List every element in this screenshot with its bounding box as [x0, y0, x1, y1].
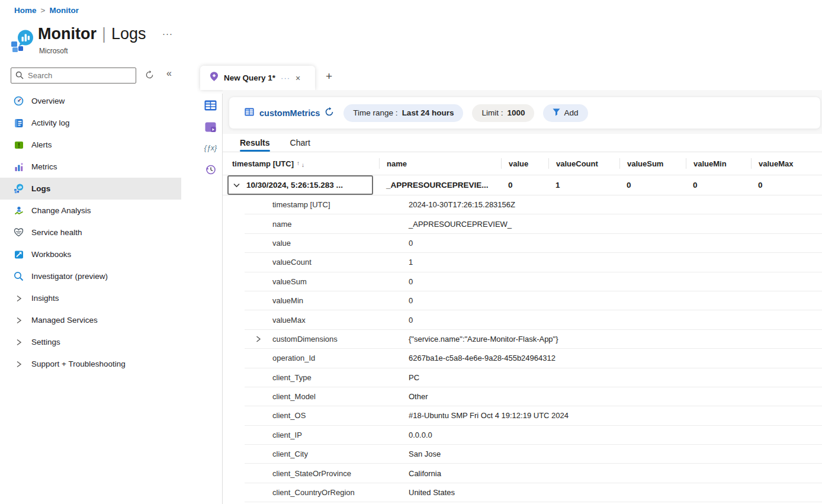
cell-valuecount[interactable]: 1: [548, 181, 619, 190]
add-label: Add: [564, 108, 578, 117]
detail-row[interactable]: valueMax 0: [245, 310, 822, 329]
sidebar-group-insights[interactable]: Insights: [0, 287, 181, 309]
cell-name[interactable]: _APPRESOURCEPREVIE...: [379, 181, 501, 190]
sidebar-item-logs[interactable]: Logs: [0, 178, 181, 200]
detail-row[interactable]: operation_Id 6267ba1e-c5a8-4e6e-9a28-455…: [245, 349, 822, 368]
detail-row[interactable]: client_StateOrProvince California: [245, 464, 822, 483]
column-header-value[interactable]: value: [501, 158, 548, 169]
sidebar-item-label: Overview: [31, 97, 65, 105]
sidebar-item-investigator[interactable]: Investigator (preview): [0, 265, 181, 287]
results-tab-strip: Results Chart: [223, 134, 822, 152]
query-history-icon[interactable]: [199, 159, 222, 180]
time-range-pill[interactable]: Time range : Last 24 hours: [343, 104, 463, 122]
sidebar-item-alerts[interactable]: Alerts: [0, 134, 181, 156]
search-input[interactable]: [11, 68, 136, 84]
tab-chart[interactable]: Chart: [290, 134, 310, 152]
detail-row[interactable]: client_Type PC: [245, 368, 822, 387]
row-collapse-chevron-icon[interactable]: [233, 181, 240, 190]
breadcrumb-monitor-link[interactable]: Monitor: [49, 6, 79, 15]
detail-row[interactable]: client_OS #18-Ubuntu SMP Fri Oct 4 19:12…: [245, 406, 822, 425]
queries-pane-icon[interactable]: [199, 116, 222, 137]
sidebar-item-label: Change Analysis: [31, 206, 91, 215]
cell-value[interactable]: 0: [501, 181, 548, 190]
breadcrumb: Home>Monitor: [14, 6, 79, 15]
azure-monitor-logs-page: Home>Monitor Monitor|Logs ··· Microsoft …: [0, 0, 822, 504]
detail-row[interactable]: valueMin 0: [245, 291, 822, 310]
column-header-valuecount[interactable]: valueCount: [548, 158, 619, 169]
detail-value: #18-Ubuntu SMP Fri Oct 4 19:12:19 UTC 20…: [409, 411, 569, 420]
detail-row[interactable]: valueSum 0: [245, 272, 822, 291]
gauge-icon: [14, 96, 24, 106]
column-header-timestamp[interactable]: timestamp [UTC] ↑↓: [223, 158, 379, 169]
detail-key: name: [272, 220, 409, 229]
detail-key: client_CountryOrRegion: [272, 488, 409, 497]
azure-monitor-logo-icon: [10, 29, 35, 56]
kql-pin-icon: [210, 72, 219, 84]
sidebar-group-settings[interactable]: Settings: [0, 331, 181, 353]
query-builder-bar: customMetrics Time range : Last 24 hours…: [229, 97, 821, 129]
sidebar-item-overview[interactable]: Overview: [0, 90, 181, 112]
tab-results[interactable]: Results: [240, 134, 270, 152]
query-table-name[interactable]: customMetrics: [259, 108, 320, 118]
detail-value: 0: [409, 316, 413, 325]
sidebar-item-label: Alerts: [31, 140, 52, 149]
sidebar-group-label: Insights: [31, 294, 59, 303]
sidebar-search: [11, 68, 136, 84]
detail-key: valueSum: [272, 277, 409, 286]
table-row[interactable]: 10/30/2024, 5:26:15.283 ... _APPRESOURCE…: [223, 175, 822, 195]
page-title-divider: |: [102, 25, 106, 43]
breadcrumb-home-link[interactable]: Home: [14, 6, 37, 15]
sidebar-item-change-analysis[interactable]: Change Analysis: [0, 200, 181, 221]
sidebar-group-managed-services[interactable]: Managed Services: [0, 309, 181, 331]
detail-row[interactable]: client_City San Jose: [245, 445, 822, 464]
breadcrumb-separator: >: [41, 6, 46, 15]
cell-valuemin[interactable]: 0: [686, 181, 751, 190]
detail-row[interactable]: client_Model Other: [245, 387, 822, 406]
detail-row[interactable]: client_CountryOrRegion United States: [245, 483, 822, 502]
tab-more-icon[interactable]: ···: [281, 73, 290, 82]
workbooks-icon: [14, 249, 24, 259]
tables-pane-icon[interactable]: [199, 95, 222, 116]
detail-value: 0.0.0.0: [409, 431, 432, 439]
detail-row[interactable]: timestamp [UTC] 2024-10-30T17:26:15.2831…: [245, 195, 822, 214]
limit-pill[interactable]: Limit : 1000: [472, 104, 534, 122]
detail-row[interactable]: valueCount 1: [245, 253, 822, 272]
cell-valuesum[interactable]: 0: [619, 181, 686, 190]
detail-row[interactable]: customDimensions {"service.name":"Azure-…: [245, 330, 822, 349]
column-header-name[interactable]: name: [379, 158, 501, 169]
sidebar-refresh-icon[interactable]: [145, 70, 154, 82]
sidebar-collapse-icon[interactable]: «: [166, 68, 172, 79]
column-header-valuemax[interactable]: valueMax: [751, 158, 822, 169]
functions-pane-icon[interactable]: {ƒx}: [199, 137, 222, 159]
sidebar-item-service-health[interactable]: Service health: [0, 221, 181, 243]
expand-chevron-icon[interactable]: [245, 336, 272, 342]
title-more-button[interactable]: ···: [162, 28, 173, 38]
detail-value: 0: [409, 239, 413, 248]
tab-close-icon[interactable]: ×: [296, 73, 300, 83]
column-header-valuemin[interactable]: valueMin: [686, 158, 751, 169]
detail-key: valueMin: [272, 296, 409, 305]
sidebar-item-metrics[interactable]: Metrics: [0, 156, 181, 178]
query-refresh-icon[interactable]: [325, 107, 334, 119]
cell-valuemax[interactable]: 0: [751, 181, 822, 190]
search-icon: [15, 71, 24, 82]
sort-desc-icon: ↓: [301, 162, 304, 168]
tab-new-query-1[interactable]: New Query 1* ··· ×: [200, 66, 315, 90]
detail-value: 0: [409, 277, 413, 286]
new-tab-button[interactable]: +: [321, 70, 337, 83]
column-header-valuesum[interactable]: valueSum: [619, 158, 686, 169]
detail-value: {"service.name":"Azure-Monitor-Flask-App…: [409, 335, 558, 344]
sidebar-group-support[interactable]: Support + Troubleshooting: [0, 353, 181, 375]
detail-row[interactable]: client_IP 0.0.0.0: [245, 426, 822, 445]
cell-timestamp[interactable]: 10/30/2024, 5:26:15.283 ...: [246, 181, 343, 190]
sidebar-item-workbooks[interactable]: Workbooks: [0, 243, 181, 265]
detail-row[interactable]: value 0: [245, 234, 822, 253]
detail-key: client_Type: [272, 373, 409, 382]
detail-value: Other: [409, 392, 428, 401]
tab-label: New Query 1*: [224, 73, 275, 82]
detail-row[interactable]: name _APPRESOURCEPREVIEW_: [245, 214, 822, 233]
results-grid: timestamp [UTC] ↑↓ name value valueCount…: [223, 152, 822, 502]
sort-asc-icon: ↑: [297, 160, 300, 166]
add-filter-pill[interactable]: Add: [543, 104, 587, 122]
sidebar-item-activity-log[interactable]: Activity log: [0, 112, 181, 134]
